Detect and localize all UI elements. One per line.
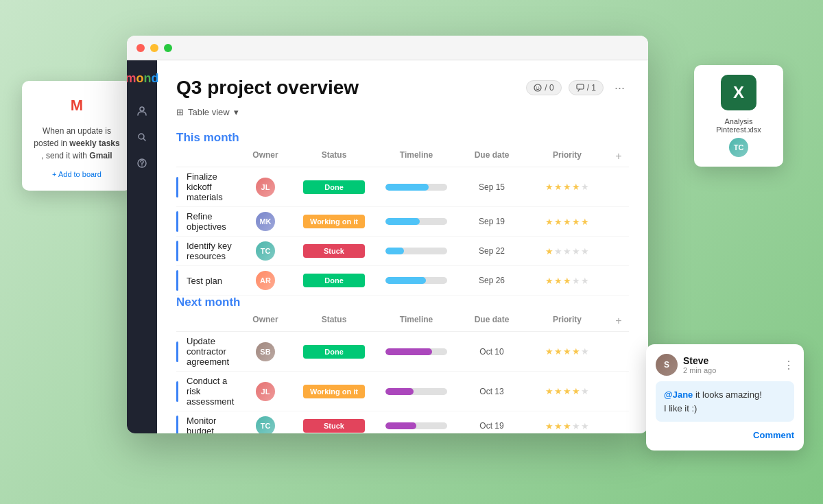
row-owner-cell: SB (238, 342, 293, 361)
owner-avatar: MK (256, 212, 275, 231)
add-column-btn[interactable]: + (615, 315, 621, 327)
gmail-card-text: When an update is posted in weekly tasks… (33, 125, 121, 162)
timeline-bar-container (385, 218, 447, 225)
row-task-name: Identify key resources (187, 241, 238, 261)
table-icon: ⊞ (176, 107, 184, 117)
row-name-cell: Update contractor agreement (176, 336, 238, 367)
col-header-owner: Owner (238, 150, 293, 163)
window-body: mond Q3 project overview (127, 60, 648, 433)
row-priority: ★★★★★ (526, 346, 608, 357)
col-header-timeline: Timeline (375, 315, 457, 327)
comment-user: S Steve 2 min ago (656, 354, 716, 376)
row-timeline-cell (375, 422, 457, 429)
row-border (176, 341, 178, 362)
row-name-cell: Test plan (176, 270, 238, 291)
view-label: Table view (188, 107, 230, 117)
svg-point-5 (536, 86, 537, 87)
col-header-status: Status (293, 150, 375, 163)
sections-container: This month Owner Status Timeline Due dat… (176, 131, 629, 433)
sidebar-item-search[interactable] (132, 128, 152, 147)
gmail-card: M When an update is posted in weekly tas… (22, 81, 132, 191)
section-this-month: This month Owner Status Timeline Due dat… (176, 131, 629, 296)
table-header: Owner Status Timeline Due date Priority … (176, 315, 629, 332)
col-header-due-date: Due date (457, 315, 526, 327)
row-status-cell[interactable]: Stuck (293, 419, 375, 433)
comment-action: Comment (656, 429, 794, 441)
logo-icon: mond (127, 71, 159, 86)
row-owner-cell: TC (238, 416, 293, 433)
row-status-cell[interactable]: Stuck (293, 244, 375, 258)
row-task-name: Test plan (187, 276, 222, 286)
star-2: ★ (563, 182, 571, 192)
row-due-date: Oct 19 (457, 421, 526, 431)
row-priority: ★★★★★ (526, 276, 608, 286)
comment-mention: @Jane (664, 389, 693, 400)
row-task-name: Conduct a risk assessment (187, 376, 238, 407)
page-title: Q3 project overview (176, 77, 359, 99)
row-status-cell[interactable]: Done (293, 274, 375, 287)
row-task-name: Update contractor agreement (187, 336, 238, 367)
row-status-cell[interactable]: Done (293, 180, 375, 194)
star-3: ★ (572, 386, 580, 396)
comment-avatar: S (656, 354, 678, 376)
row-border (176, 416, 178, 433)
chevron-down-icon: ▾ (234, 107, 239, 117)
close-dot[interactable] (136, 44, 145, 52)
row-owner-cell: AR (238, 271, 293, 290)
owner-avatar: JL (256, 178, 275, 197)
excel-avatar-row: TC (704, 138, 774, 157)
timeline-bar-container (385, 277, 447, 284)
add-column-btn[interactable]: + (615, 150, 621, 163)
sidebar-item-help[interactable] (132, 154, 152, 173)
comment-more-icon[interactable]: ⋮ (783, 359, 794, 372)
row-timeline-cell (375, 184, 457, 191)
star-3: ★ (572, 346, 580, 357)
star-4: ★ (581, 346, 589, 357)
minimize-dot[interactable] (150, 44, 158, 52)
view-selector[interactable]: ⊞ Table view ▾ (176, 107, 629, 117)
star-0: ★ (545, 386, 553, 396)
row-status-cell[interactable]: Working on it (293, 215, 375, 228)
status-badge: Stuck (303, 244, 365, 258)
timeline-bar-container (385, 348, 447, 355)
owner-avatar: SB (256, 342, 275, 361)
status-badge: Stuck (303, 419, 365, 433)
comments-btn[interactable]: / 1 (569, 80, 604, 95)
row-timeline-cell (375, 277, 457, 284)
timeline-bar (385, 218, 420, 225)
maximize-dot[interactable] (164, 44, 172, 52)
star-2: ★ (563, 217, 571, 227)
comments-count: / 1 (587, 83, 596, 93)
gmail-m-icon: M (71, 97, 83, 115)
sidebar-item-person[interactable] (132, 101, 152, 121)
add-to-board-btn[interactable]: + Add to board (33, 170, 121, 178)
star-4: ★ (581, 386, 589, 396)
comment-username: Steve (683, 355, 716, 366)
table-header: Owner Status Timeline Due date Priority … (176, 150, 629, 167)
row-border (176, 270, 178, 291)
svg-point-4 (534, 84, 541, 91)
comment-btn[interactable]: Comment (753, 430, 794, 440)
col-header-add: + (608, 150, 629, 163)
gmail-bold-text: weekly tasks (69, 139, 119, 148)
star-4: ★ (581, 246, 589, 256)
col-header-add: + (608, 315, 629, 327)
row-status-cell[interactable]: Working on it (293, 385, 375, 398)
row-status-cell[interactable]: Done (293, 345, 375, 359)
owner-avatar: TC (256, 416, 275, 433)
row-priority: ★★★★★ (526, 421, 608, 431)
col-header-status: Status (293, 315, 375, 327)
star-0: ★ (545, 276, 553, 286)
table-row: Identify key resources TC Stuck Sep 22 ★… (176, 237, 629, 266)
row-border (176, 241, 178, 261)
star-3: ★ (572, 246, 580, 256)
svg-point-3 (141, 165, 143, 167)
timeline-bar-container (385, 184, 447, 191)
reactions-btn[interactable]: / 0 (526, 80, 561, 95)
star-2: ★ (563, 346, 571, 357)
more-options-btn[interactable]: ··· (610, 79, 629, 97)
row-border (176, 211, 178, 232)
svg-point-6 (538, 86, 539, 87)
row-due-date: Sep 15 (457, 182, 526, 192)
star-2: ★ (563, 246, 571, 256)
